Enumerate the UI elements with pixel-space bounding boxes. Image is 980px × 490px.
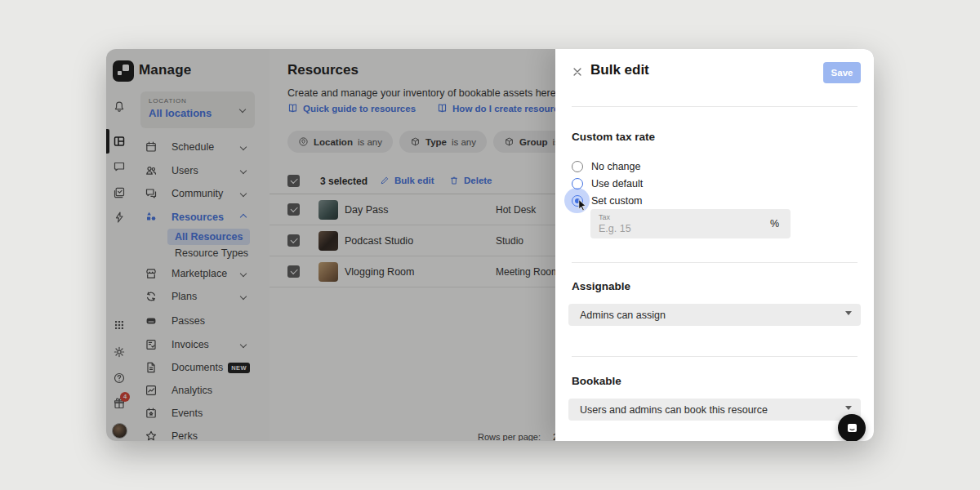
resource-name: Day Pass	[345, 204, 389, 216]
tax-input[interactable]: Tax E.g. 15 %	[590, 209, 791, 238]
assignable-select[interactable]: Admins can assign	[568, 304, 861, 326]
row-checkbox[interactable]	[287, 234, 300, 247]
chevron-down-icon	[240, 190, 247, 197]
chevron-down-icon	[240, 144, 247, 150]
cube-icon	[410, 136, 421, 147]
settings-gear-icon[interactable]	[113, 345, 126, 359]
page-subtitle: Create and manage your inventory of book…	[287, 87, 556, 99]
sidebar-item-analytics[interactable]: Analytics	[133, 382, 264, 399]
quick-guide-link[interactable]: Quick guide to resources	[287, 103, 416, 114]
chevron-down-icon	[240, 293, 247, 300]
tasks-icon[interactable]	[113, 186, 126, 199]
sidebar-item-documents[interactable]: Documents NEW	[133, 359, 264, 376]
chevron-down-icon	[240, 270, 247, 277]
chevron-up-icon	[240, 214, 247, 220]
rewards-badge: 4	[120, 392, 130, 402]
resource-type: Hot Desk	[496, 204, 536, 216]
dropdown-arrow-icon	[845, 311, 852, 315]
resource-thumbnail	[318, 262, 338, 282]
divider	[572, 106, 858, 107]
sidebar-item-resource-types[interactable]: Resource Types	[167, 245, 256, 261]
sidebar-item-invoices[interactable]: Invoices	[133, 336, 264, 353]
page-title: Resources	[287, 62, 359, 78]
help-icon[interactable]	[113, 372, 126, 385]
delete-button[interactable]: Delete	[449, 176, 492, 185]
assignable-heading: Assignable	[572, 280, 630, 292]
radio-no-change[interactable]: No change	[572, 158, 640, 175]
refresh-cycle-icon	[145, 290, 158, 303]
new-badge: NEW	[228, 363, 250, 373]
storefront-icon	[145, 267, 158, 280]
resources-shapes-icon	[145, 211, 158, 224]
sidebar-item-events[interactable]: Events	[133, 405, 264, 421]
chevron-down-icon	[240, 167, 247, 174]
app-window: 4 Manage LOCATION All locations Schedule	[106, 49, 874, 441]
radio-icon	[572, 161, 583, 172]
sidebar-item-plans[interactable]: Plans	[133, 288, 264, 305]
chat-widget-button[interactable]	[838, 414, 866, 441]
book-icon	[437, 103, 448, 114]
sidebar-item-all-resources[interactable]: All Resources	[167, 229, 250, 245]
notifications-bell-icon[interactable]	[113, 100, 126, 114]
sidebar-item-marketplace[interactable]: Marketplace	[133, 265, 264, 282]
event-calendar-icon	[145, 407, 158, 420]
chat-bubble-icon	[845, 421, 859, 435]
optix-logo	[113, 60, 134, 82]
divider	[572, 356, 858, 357]
sidebar-item-resources[interactable]: Resources	[133, 209, 264, 225]
row-checkbox[interactable]	[287, 265, 300, 278]
close-icon[interactable]	[572, 66, 583, 78]
bookable-heading: Bookable	[572, 375, 621, 387]
messages-icon[interactable]	[113, 160, 126, 173]
bulk-edit-button[interactable]: Bulk edit	[380, 176, 434, 185]
apps-grid-icon[interactable]	[113, 318, 126, 332]
users-icon	[145, 164, 158, 177]
analytics-chart-icon	[145, 384, 158, 397]
pencil-icon	[380, 176, 390, 185]
row-checkbox[interactable]	[287, 203, 300, 216]
resource-thumbnail	[318, 200, 338, 220]
page-background: 4 Manage LOCATION All locations Schedule	[0, 0, 980, 490]
sidebar-item-schedule[interactable]: Schedule	[133, 139, 264, 155]
sidebar: Manage LOCATION All locations Schedule U…	[133, 49, 270, 441]
tax-input-placeholder: E.g. 15	[599, 223, 631, 234]
location-selector[interactable]: LOCATION All locations	[140, 91, 255, 128]
sidebar-item-passes[interactable]: Passes	[133, 313, 264, 329]
sidebar-item-users[interactable]: Users	[133, 163, 264, 179]
automations-flash-icon[interactable]	[113, 211, 126, 224]
book-icon	[287, 103, 298, 114]
user-avatar[interactable]	[112, 423, 127, 439]
app-title: Manage	[139, 62, 192, 78]
resource-type: Meeting Room	[496, 266, 559, 278]
location-label: LOCATION	[149, 97, 247, 105]
filter-type[interactable]: Typeis any	[399, 131, 487, 153]
resource-name: Vlogging Room	[345, 266, 414, 278]
pagination: Rows per page: 25	[478, 432, 563, 441]
resource-type: Studio	[496, 235, 523, 247]
trash-icon	[449, 176, 459, 185]
calendar-icon	[145, 140, 158, 154]
sidebar-item-community[interactable]: Community	[133, 185, 264, 202]
filter-location[interactable]: Locationis any	[287, 131, 393, 153]
bulk-edit-panel: Bulk edit Save Custom tax rate No change…	[555, 49, 874, 441]
star-icon	[145, 430, 158, 441]
select-all-checkbox[interactable]	[287, 175, 300, 187]
pass-card-icon	[145, 314, 158, 327]
sidebar-item-perks[interactable]: Perks	[133, 428, 264, 441]
rows-per-page-label: Rows per page:	[478, 432, 541, 441]
active-nav-indicator	[106, 129, 109, 154]
mouse-cursor	[577, 198, 589, 211]
community-icon	[145, 187, 158, 200]
cube-icon	[504, 136, 514, 147]
tax-input-label: Tax	[599, 213, 610, 221]
pin-icon	[298, 136, 309, 147]
save-button[interactable]: Save	[823, 62, 861, 83]
bookable-select[interactable]: Users and admins can book this resource	[568, 399, 861, 421]
location-value: All locations	[149, 107, 247, 119]
divider	[572, 262, 858, 263]
panel-title: Bulk edit	[590, 62, 649, 78]
dashboard-icon[interactable]	[113, 135, 126, 148]
selection-count: 3 selected	[320, 176, 368, 187]
chevron-down-icon	[240, 341, 247, 348]
icon-rail: 4	[106, 49, 133, 441]
